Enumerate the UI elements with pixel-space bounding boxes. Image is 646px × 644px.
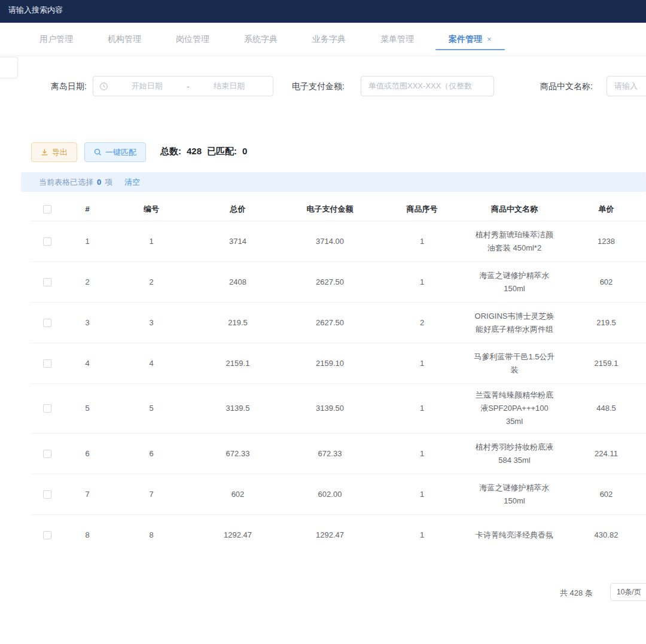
clock-icon bbox=[99, 82, 108, 91]
matched-value: 0 bbox=[242, 146, 247, 157]
toolbar: 导出 一键匹配 总数: 428 已匹配: 0 bbox=[0, 142, 646, 163]
product-name-input[interactable]: 请输入 bbox=[607, 76, 646, 96]
table-cell: 1 bbox=[63, 230, 111, 253]
table-cell: ORIGINS韦博士灵芝焕能好底子精华水两件组 bbox=[468, 305, 560, 341]
selection-prefix: 当前表格已选择 bbox=[39, 177, 93, 188]
column-header-6: 单价 bbox=[560, 198, 646, 221]
end-date-placeholder: 结束日期 bbox=[192, 81, 267, 91]
table-cell: 2159.1 bbox=[560, 352, 646, 375]
row-checkbox[interactable] bbox=[43, 237, 51, 246]
table-cell: 3 bbox=[111, 312, 191, 334]
table-cell: 672.33 bbox=[191, 442, 284, 465]
table-cell: 602 bbox=[560, 483, 646, 506]
column-header-3: 电子支付金额 bbox=[284, 198, 376, 221]
table-cell: 1238 bbox=[560, 230, 646, 253]
row-checkbox[interactable] bbox=[43, 319, 51, 327]
table-cell: 2 bbox=[111, 271, 191, 294]
tab-close-icon[interactable]: × bbox=[487, 35, 492, 44]
table-cell: 2627.50 bbox=[284, 271, 376, 294]
select-all-checkbox[interactable] bbox=[43, 205, 51, 213]
one-click-match-button[interactable]: 一键匹配 bbox=[84, 142, 146, 162]
tab-label: 系统字典 bbox=[244, 34, 278, 45]
table-cell: 海蓝之谜修护精萃水 150ml bbox=[468, 477, 560, 512]
table-row: 77602602.001海蓝之谜修护精萃水 150ml602 bbox=[31, 474, 646, 515]
tab-label: 业务字典 bbox=[312, 34, 346, 45]
table-cell: 448.5 bbox=[560, 397, 646, 420]
total-value: 428 bbox=[187, 146, 202, 157]
table-cell: 6 bbox=[111, 442, 191, 465]
page-size-value: 10条/页 bbox=[617, 587, 641, 597]
export-button-label: 导出 bbox=[52, 147, 68, 158]
tab-label: 用户管理 bbox=[39, 34, 73, 45]
column-header-5: 商品中文名称 bbox=[468, 198, 560, 221]
start-date-placeholder: 开始日期 bbox=[109, 81, 184, 91]
table-cell: 602 bbox=[191, 483, 284, 506]
table-row: 1137143714.001植村秀新琥珀臻萃洁颜油套装 450ml*21238 bbox=[31, 221, 646, 262]
row-checkbox[interactable] bbox=[43, 450, 51, 458]
tab-item-6[interactable]: 案件管理× bbox=[446, 23, 494, 56]
export-button[interactable]: 导出 bbox=[31, 142, 77, 162]
table-cell: 6 bbox=[63, 442, 111, 465]
tab-label: 机构管理 bbox=[108, 34, 141, 45]
amount-input[interactable]: 单值或范围XXX-XXX（仅整数 bbox=[361, 76, 494, 96]
row-checkbox[interactable] bbox=[43, 490, 51, 499]
table-cell: 卡诗菁纯亮泽经典香氛 bbox=[468, 524, 560, 544]
clear-selection-link[interactable]: 清空 bbox=[124, 177, 140, 188]
tab-label: 菜单管理 bbox=[380, 34, 414, 45]
data-table: #编号总价电子支付金额商品序号商品中文名称单价 1137143714.001植村… bbox=[31, 197, 646, 543]
row-checkbox[interactable] bbox=[43, 359, 51, 368]
table-cell: 1 bbox=[111, 230, 191, 253]
table-cell: 2408 bbox=[191, 271, 284, 294]
table-cell: 5 bbox=[111, 397, 191, 420]
table-cell: 植村秀羽纱持妆粉底液584 35ml bbox=[468, 436, 560, 472]
table-row: 2224082627.501海蓝之谜修护精萃水 150ml602 bbox=[31, 262, 646, 303]
row-checkbox[interactable] bbox=[43, 404, 51, 413]
table-cell: 1 bbox=[376, 352, 468, 375]
row-checkbox[interactable] bbox=[43, 278, 51, 286]
table-cell: 3139.5 bbox=[191, 397, 284, 420]
search-icon bbox=[94, 148, 102, 156]
pagination: 共 428 条 10条/页 bbox=[0, 583, 646, 602]
tab-item-4[interactable]: 业务字典 bbox=[310, 23, 348, 56]
table-cell: 2159.1 bbox=[191, 352, 284, 375]
table-row: 553139.53139.501兰蔻菁纯臻颜精华粉底液SPF20PA+++100… bbox=[31, 384, 646, 434]
matched-label: 已匹配: bbox=[207, 146, 237, 157]
table-cell: 2 bbox=[63, 271, 111, 294]
tab-item-5[interactable]: 菜单管理 bbox=[378, 23, 416, 56]
tab-item-1[interactable]: 机构管理 bbox=[105, 23, 144, 56]
table-row: 33219.52627.502ORIGINS韦博士灵芝焕能好底子精华水两件组21… bbox=[31, 303, 646, 343]
column-header-2: 总价 bbox=[191, 198, 284, 221]
product-name-placeholder: 请输入 bbox=[614, 81, 638, 91]
table-cell: 3139.50 bbox=[284, 397, 376, 420]
table-cell: 7 bbox=[63, 483, 111, 506]
page-size-select[interactable]: 10条/页 bbox=[610, 583, 646, 601]
column-header-4: 商品序号 bbox=[376, 198, 468, 221]
tab-label: 案件管理 bbox=[449, 34, 482, 45]
date-filter-label: 离岛日期: bbox=[51, 81, 87, 92]
tab-item-2[interactable]: 岗位管理 bbox=[173, 23, 212, 56]
table-cell: 3714 bbox=[191, 230, 284, 253]
top-search-bar[interactable]: 请输入搜索内容 bbox=[0, 0, 646, 23]
collapsed-panel[interactable] bbox=[0, 57, 18, 78]
tab-item-3[interactable]: 系统字典 bbox=[242, 23, 280, 56]
pagination-total: 共 428 条 bbox=[560, 588, 593, 599]
match-stats: 总数: 428 已匹配: 0 bbox=[160, 146, 247, 157]
table-row: 442159.12159.101马爹利蓝带干邑1.5公升装2159.1 bbox=[31, 343, 646, 384]
table-cell: 2159.10 bbox=[284, 352, 376, 375]
tab-item-0[interactable]: 用户管理 bbox=[37, 23, 75, 56]
table-cell: 7 bbox=[111, 483, 191, 506]
table-cell: 植村秀新琥珀臻萃洁颜油套装 450ml*2 bbox=[468, 224, 560, 260]
table-cell: 1292.47 bbox=[191, 524, 284, 544]
date-range-input[interactable]: 开始日期 - 结束日期 bbox=[93, 76, 273, 96]
row-checkbox[interactable] bbox=[43, 531, 51, 539]
table-cell: 1 bbox=[376, 271, 468, 294]
table-cell: 海蓝之谜修护精萃水 150ml bbox=[468, 264, 560, 300]
table-cell: 2627.50 bbox=[284, 312, 376, 334]
amount-placeholder: 单值或范围XXX-XXX（仅整数 bbox=[368, 81, 472, 91]
table-cell: 4 bbox=[63, 352, 111, 375]
table-cell: 602 bbox=[560, 271, 646, 294]
filter-row: 离岛日期: 开始日期 - 结束日期 电子支付金额: 单值或范围XXX-XXX（仅… bbox=[0, 76, 646, 97]
table-cell: 219.5 bbox=[191, 312, 284, 334]
table-cell: 3 bbox=[63, 312, 111, 334]
table-cell: 1 bbox=[376, 483, 468, 506]
